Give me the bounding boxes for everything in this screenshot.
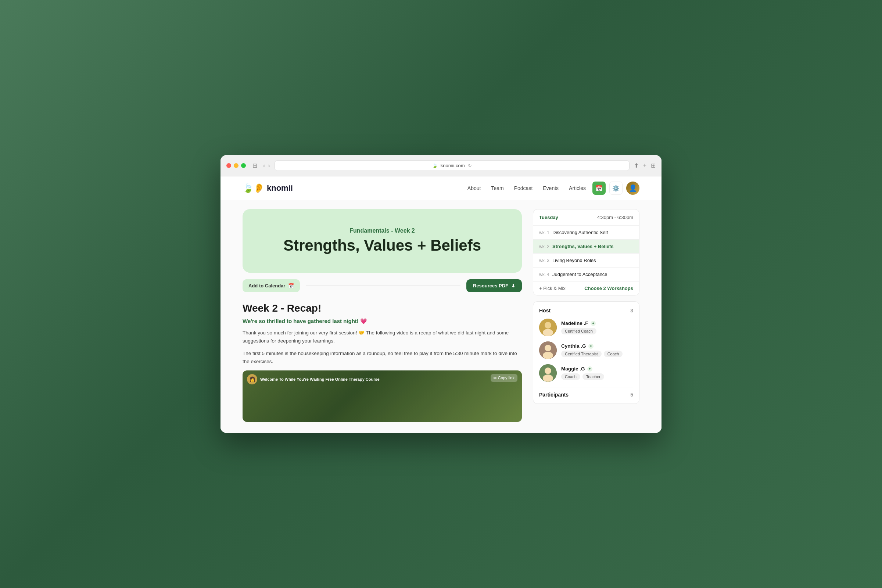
host-madeline[interactable]: Madeline .F ✦ Certified Coach	[539, 319, 633, 336]
svg-point-2	[543, 329, 553, 336]
video-avatar: 👩	[247, 374, 257, 384]
schedule-day: Tuesday	[539, 214, 558, 220]
maggie-tags: Coach Teacher	[561, 374, 633, 380]
cynthia-tag-0: Certified Therapist	[561, 351, 602, 357]
logo[interactable]: 🍃👂 knomii	[243, 183, 293, 193]
maggie-avatar	[539, 364, 557, 382]
host-count: 3	[630, 308, 633, 314]
madeline-info: Madeline .F ✦ Certified Coach	[561, 321, 633, 334]
schedule-week-4[interactable]: wk. 4 Judgement to Acceptance	[533, 267, 639, 281]
host-section: Host 3	[533, 302, 639, 404]
schedule-time: 4:30pm - 6:30pm	[597, 214, 633, 220]
pick-mix-label: + Pick & Mix	[539, 285, 566, 291]
participants-row: Participants 5	[539, 387, 633, 398]
traffic-lights	[226, 163, 246, 168]
nav-podcast[interactable]: Podcast	[514, 185, 533, 191]
browser-chrome: ⊞ ‹ › 🍃 knomii.com ↻ ⬆ + ⊞	[220, 155, 662, 176]
nav-links: About Team Podcast Events Articles	[468, 185, 586, 191]
wk4-label: wk. 4	[539, 272, 552, 277]
right-column: Tuesday 4:30pm - 6:30pm wk. 1 Discoverin…	[533, 209, 639, 422]
back-button[interactable]: ‹	[263, 162, 265, 169]
maggie-tag-0: Coach	[561, 374, 580, 380]
participants-count: 5	[630, 392, 633, 398]
share-icon[interactable]: ⬆	[634, 162, 639, 169]
copy-link-label: Copy link	[498, 376, 514, 380]
maximize-button[interactable]	[241, 163, 246, 168]
recap-title: Week 2 - Recap!	[243, 303, 522, 314]
address-bar[interactable]: 🍃 knomii.com ↻	[274, 160, 630, 171]
maggie-avatar-img	[539, 364, 557, 382]
host-cynthia[interactable]: Cynthia .G ✦ Certified Therapist Coach	[539, 341, 633, 359]
schedule-week-3[interactable]: wk. 3 Living Beyond Roles	[533, 253, 639, 267]
forward-button[interactable]: ›	[268, 162, 270, 169]
madeline-tag-0: Certified Coach	[561, 328, 597, 334]
cynthia-avatar	[539, 341, 557, 359]
maggie-name: Maggie .G ✦	[561, 366, 633, 372]
cynthia-badge: ✦	[588, 344, 594, 349]
cynthia-info: Cynthia .G ✦ Certified Therapist Coach	[561, 343, 633, 357]
wk4-title: Judgement to Acceptance	[552, 272, 608, 277]
cynthia-avatar-img	[539, 341, 557, 359]
calendar-btn-label: Add to Calendar	[248, 283, 285, 288]
schedule-week-2[interactable]: wk. 2 Strengths, Values + Beliefs	[533, 239, 639, 253]
grid-icon[interactable]: ⊞	[651, 162, 656, 169]
browser-actions: ⬆ + ⊞	[634, 162, 656, 169]
recap-section: Week 2 - Recap! We're so thrilled to hav…	[243, 303, 522, 422]
video-overlay: 👩 Welcome To While You're Waiting Free O…	[243, 370, 522, 422]
maggie-badge: ✦	[587, 366, 592, 372]
minimize-button[interactable]	[234, 163, 238, 168]
madeline-badge: ✦	[591, 321, 596, 326]
wk1-title: Discovering Authentic Self	[552, 230, 608, 235]
madeline-name: Madeline .F ✦	[561, 321, 633, 326]
recap-highlight: We're so thrilled to have gathered last …	[243, 318, 522, 324]
schedule-card: Tuesday 4:30pm - 6:30pm wk. 1 Discoverin…	[533, 209, 639, 296]
wk3-title: Living Beyond Roles	[552, 258, 596, 263]
nav-articles[interactable]: Articles	[569, 185, 586, 191]
cynthia-tags: Certified Therapist Coach	[561, 351, 633, 357]
svg-point-3	[544, 322, 551, 328]
copy-icon: ⧉	[494, 376, 496, 380]
settings-icon-btn[interactable]: ⚙️	[609, 182, 622, 195]
schedule-week-1[interactable]: wk. 1 Discovering Authentic Self	[533, 225, 639, 239]
host-title: Host	[539, 308, 550, 314]
pick-mix-row[interactable]: + Pick & Mix Choose 2 Workshops	[533, 281, 639, 295]
user-avatar[interactable]: 👤	[626, 182, 639, 195]
nav-events[interactable]: Events	[543, 185, 559, 191]
cynthia-tag-1: Coach	[604, 351, 623, 357]
resources-pdf-button[interactable]: Resources PDF ⬇	[466, 279, 522, 292]
svg-point-6	[543, 352, 553, 359]
close-button[interactable]	[226, 163, 231, 168]
choose-workshops-link[interactable]: Choose 2 Workshops	[584, 285, 633, 291]
logo-icon: 🍃👂	[243, 183, 265, 193]
main-layout: Fundamentals - Week 2 Strengths, Values …	[220, 200, 662, 432]
sidebar-icon[interactable]: ⊞	[252, 162, 257, 169]
browser-window: ⊞ ‹ › 🍃 knomii.com ↻ ⬆ + ⊞ 🍃👂 knomii Abo…	[220, 155, 662, 432]
cynthia-name: Cynthia .G ✦	[561, 343, 633, 349]
add-calendar-button[interactable]: Add to Calendar 📅	[243, 279, 300, 292]
video-thumbnail[interactable]: 👩 Welcome To While You're Waiting Free O…	[243, 370, 522, 422]
nav-icons: 📅 ⚙️ 👤	[592, 182, 639, 195]
svg-point-8	[544, 368, 551, 374]
url-text: knomii.com	[441, 163, 465, 168]
nav-arrows: ‹ ›	[263, 162, 270, 169]
madeline-tags: Certified Coach	[561, 328, 633, 334]
reload-icon[interactable]: ↻	[468, 163, 472, 168]
copy-link-button[interactable]: ⧉ Copy link	[490, 374, 518, 382]
favicon: 🍃	[432, 163, 438, 168]
video-title-text: Welcome To While You're Waiting Free Onl…	[260, 377, 380, 381]
hero-subtitle: Fundamentals - Week 2	[254, 228, 511, 234]
main-nav: 🍃👂 knomii About Team Podcast Events Arti…	[220, 176, 662, 200]
host-section-header: Host 3	[539, 308, 633, 314]
wk3-label: wk. 3	[539, 258, 552, 263]
recap-text-2: The first 5 minutes is the housekeeping …	[243, 350, 522, 366]
nav-about[interactable]: About	[468, 185, 481, 191]
host-maggie[interactable]: Maggie .G ✦ Coach Teacher	[539, 364, 633, 382]
calendar-btn-icon: 📅	[288, 283, 294, 288]
calendar-icon-btn[interactable]: 📅	[592, 182, 606, 195]
madeline-avatar-img	[539, 319, 557, 336]
logo-text: knomii	[267, 183, 293, 193]
new-tab-icon[interactable]: +	[643, 162, 646, 169]
recap-text-1: Thank you so much for joining our very f…	[243, 329, 522, 345]
svg-point-5	[544, 345, 551, 351]
nav-team[interactable]: Team	[491, 185, 504, 191]
